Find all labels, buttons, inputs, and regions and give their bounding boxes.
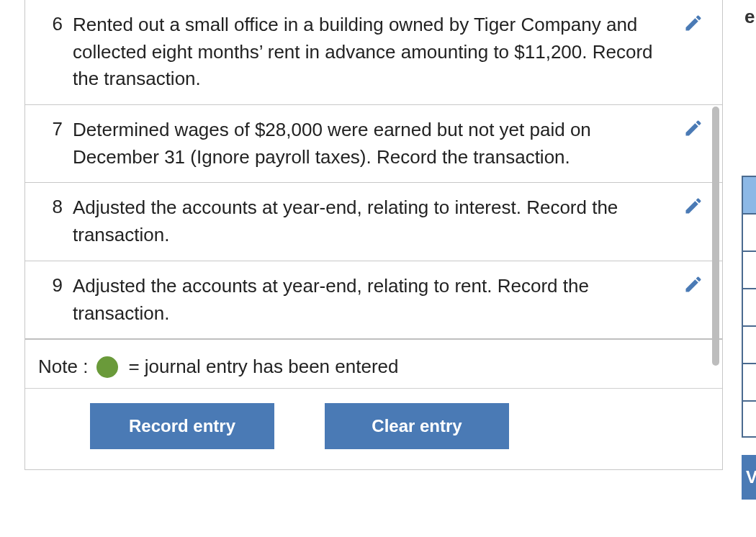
table-cell[interactable] (742, 213, 756, 251)
row-description: Adjusted the accounts at year-end, relat… (73, 194, 709, 248)
table-cell[interactable] (742, 251, 756, 288)
transaction-row[interactable]: 7 Determined wages of $28,000 were earne… (25, 104, 722, 182)
row-description: Rented out a small office in a building … (73, 12, 709, 93)
note-text: = journal entry has been entered (128, 356, 398, 378)
scrollbar-thumb[interactable] (712, 107, 719, 366)
pencil-icon[interactable] (683, 13, 703, 33)
pencil-icon[interactable] (683, 118, 703, 138)
row-number: 7 (38, 117, 73, 142)
entered-dot-icon (96, 356, 118, 378)
table-cell[interactable] (742, 325, 756, 363)
table-cell[interactable] (742, 363, 756, 400)
right-column-partial: e V (727, 0, 756, 537)
note-label: Note : (38, 356, 88, 378)
button-bar: Record entry Clear entry (25, 389, 722, 469)
note-legend: Note : = journal entry has been entered (25, 338, 722, 388)
transaction-row[interactable]: 8 Adjusted the accounts at year-end, rel… (25, 182, 722, 260)
table-cell[interactable] (742, 400, 756, 438)
clear-entry-button[interactable]: Clear entry (325, 403, 509, 449)
table-cell[interactable] (742, 176, 756, 213)
pencil-icon[interactable] (683, 274, 703, 294)
row-description: Determined wages of $28,000 were earned … (73, 117, 709, 171)
view-button-partial[interactable]: V (742, 455, 756, 500)
row-number: 8 (38, 194, 73, 220)
record-entry-button[interactable]: Record entry (90, 403, 274, 449)
transactions-panel: 6 Rented out a small office in a buildin… (24, 0, 723, 470)
transaction-row[interactable]: 6 Rented out a small office in a buildin… (25, 0, 722, 104)
row-number: 6 (38, 12, 73, 37)
row-number: 9 (38, 273, 73, 298)
table-cell[interactable] (742, 288, 756, 325)
row-description: Adjusted the accounts at year-end, relat… (73, 273, 709, 327)
transaction-row[interactable]: 9 Adjusted the accounts at year-end, rel… (25, 261, 722, 338)
header-fragment: e (744, 6, 755, 28)
pencil-icon[interactable] (683, 196, 703, 216)
